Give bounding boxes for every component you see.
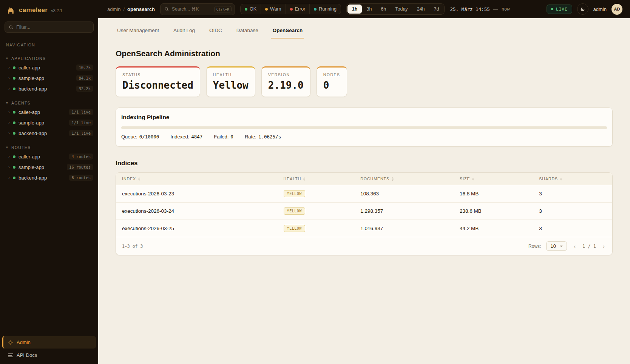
error-dot-icon <box>290 8 293 11</box>
status-dot-icon <box>13 166 15 169</box>
sidebar-item-label: backend-app <box>19 175 66 181</box>
time-range-1h[interactable]: 1h <box>347 5 362 14</box>
live-toggle[interactable]: LIVE <box>547 5 572 14</box>
table-footer-controls: Rows: 10 ‹ 1 / 1 › <box>528 241 606 251</box>
breadcrumb-current[interactable]: opensearch <box>127 6 155 12</box>
filter-ok[interactable]: OK <box>241 4 261 14</box>
cell-documents: 1.016.937 <box>357 220 456 237</box>
time-range-3h[interactable]: 3h <box>362 5 376 14</box>
chevron-right-icon: › <box>8 110 10 114</box>
theme-toggle[interactable] <box>577 3 588 15</box>
breadcrumb-separator: / <box>123 6 125 12</box>
tab-opensearch[interactable]: OpenSearch <box>271 23 304 38</box>
column-header-documents[interactable]: DOCUMENTS <box>357 173 456 185</box>
stat-card-version: VERSION 2.19.0 <box>261 66 310 97</box>
sidebar-filter[interactable] <box>5 22 94 33</box>
time-range-group: 1h 3h 6h Today 24h 7d <box>346 3 445 15</box>
breadcrumb-parent[interactable]: admin <box>107 6 120 12</box>
sidebar-item-admin[interactable]: Admin <box>2 336 96 349</box>
stat-label: Indexed: <box>170 134 189 140</box>
next-page-button[interactable]: › <box>601 243 606 249</box>
tab-database[interactable]: Database <box>235 23 260 38</box>
search-icon <box>164 7 169 11</box>
prev-page-button[interactable]: ‹ <box>572 243 577 249</box>
date-range-start: 25. März 14:55 <box>450 6 489 12</box>
indices-table: INDEX HEALTH DOCUMENTS <box>116 173 612 237</box>
live-label: LIVE <box>556 7 568 12</box>
page-indicator: 1 / 1 <box>582 244 596 249</box>
avatar[interactable]: AD <box>611 4 622 15</box>
stat-value: 4847 <box>191 134 202 140</box>
chevron-right-icon: › <box>8 120 10 125</box>
sidebar-item-label: caller-app <box>19 65 73 71</box>
status-dot-icon <box>13 66 15 69</box>
pipeline-title: Indexing Pipeline <box>121 114 607 121</box>
column-header-health[interactable]: HEALTH <box>280 173 357 185</box>
section-label: ROUTES <box>11 145 31 150</box>
chevron-right-icon: › <box>8 131 10 135</box>
status-dot-icon <box>13 177 15 179</box>
column-label: INDEX <box>122 177 136 181</box>
stat-value: Yellow <box>213 80 249 91</box>
sidebar-item-badge: 32.2k <box>76 86 93 92</box>
time-range-24h[interactable]: 24h <box>412 5 429 14</box>
column-label: DOCUMENTS <box>360 177 389 181</box>
column-header-size[interactable]: SIZE <box>456 173 535 185</box>
stat-value: 2.19.0 <box>268 80 304 91</box>
sidebar-item-caller-app-agent[interactable]: › caller-app 1/1 live <box>0 107 98 117</box>
tab-user-management[interactable]: User Management <box>116 23 161 38</box>
top-bar: admin / opensearch Ctrl+K OK Warn <box>98 0 630 18</box>
stat-label: Queue: <box>121 134 137 140</box>
chevron-down-icon: ▼ <box>5 57 9 60</box>
chevron-right-icon: › <box>8 76 10 80</box>
stat-cards: STATUS Disconnected HEALTH Yellow VERSIO… <box>116 66 613 97</box>
stat-label: STATUS <box>122 72 193 77</box>
sidebar-item-badge: 10.7k <box>76 65 93 71</box>
app-root: cameleer v3.2.1 NAVIGATION ▼ APPLICATION… <box>0 0 630 364</box>
stat-label: VERSION <box>268 72 304 77</box>
stat-card-status: STATUS Disconnected <box>116 66 200 97</box>
sidebar-item-backend-app-agent[interactable]: › backend-app 1/1 live <box>0 128 98 138</box>
sidebar-item-sample-app[interactable]: › sample-app 84.1k <box>0 73 98 83</box>
sidebar-item-backend-app-routes[interactable]: › backend-app 6 routes <box>0 172 98 183</box>
sidebar-item-sample-app-routes[interactable]: › sample-app 16 routes <box>0 162 98 172</box>
sidebar-section-agents: ▼ AGENTS › caller-app 1/1 live › sample-… <box>0 99 98 138</box>
sidebar-item-badge: 1/1 live <box>69 109 93 115</box>
time-range-7d[interactable]: 7d <box>429 5 443 14</box>
column-header-shards[interactable]: SHARDS <box>535 173 612 185</box>
global-search[interactable]: Ctrl+K <box>160 3 235 15</box>
rows-per-page-select[interactable]: 10 <box>546 241 567 251</box>
sidebar-item-caller-app-routes[interactable]: › caller-app 4 routes <box>0 151 98 162</box>
cell-shards: 3 <box>535 220 612 237</box>
tab-oidc[interactable]: OIDC <box>208 23 224 38</box>
time-range-6h[interactable]: 6h <box>376 5 391 14</box>
sidebar-item-backend-app[interactable]: › backend-app 32.2k <box>0 83 98 94</box>
tab-audit-log[interactable]: Audit Log <box>172 23 196 38</box>
sidebar-item-api-docs[interactable]: API Docs <box>2 349 96 359</box>
column-header-index[interactable]: INDEX <box>116 173 280 185</box>
filter-error[interactable]: Error <box>286 4 310 14</box>
health-badge: YELLOW <box>284 207 305 215</box>
section-header-applications[interactable]: ▼ APPLICATIONS <box>0 55 98 62</box>
cell-documents: 1.298.357 <box>357 203 456 220</box>
filter-running[interactable]: Running <box>309 4 341 14</box>
sort-icon <box>303 177 306 181</box>
section-header-routes[interactable]: ▼ ROUTES <box>0 144 98 151</box>
sidebar-item-sample-app-agent[interactable]: › sample-app 1/1 live <box>0 117 98 128</box>
main-content: User Management Audit Log OIDC Database … <box>98 18 630 364</box>
chevron-right-icon: › <box>8 175 10 180</box>
filter-warn[interactable]: Warn <box>261 4 285 14</box>
sidebar-item-caller-app[interactable]: › caller-app 10.7k <box>0 62 98 73</box>
live-dot-icon <box>551 8 553 10</box>
indices-table-card: INDEX HEALTH DOCUMENTS <box>116 172 613 255</box>
section-header-agents[interactable]: ▼ AGENTS <box>0 99 98 107</box>
table-footer: 1-3 of 3 Rows: 10 ‹ 1 / 1 › <box>116 237 612 255</box>
filter-input[interactable] <box>16 25 90 30</box>
date-range[interactable]: 25. März 14:55 — now <box>450 6 510 12</box>
cell-size: 44.2 MB <box>456 220 535 237</box>
section-label: AGENTS <box>11 101 31 105</box>
chevron-right-icon: › <box>8 165 10 169</box>
sidebar-item-label: backend-app <box>19 131 66 136</box>
search-input[interactable] <box>172 6 211 12</box>
time-range-today[interactable]: Today <box>391 5 412 14</box>
